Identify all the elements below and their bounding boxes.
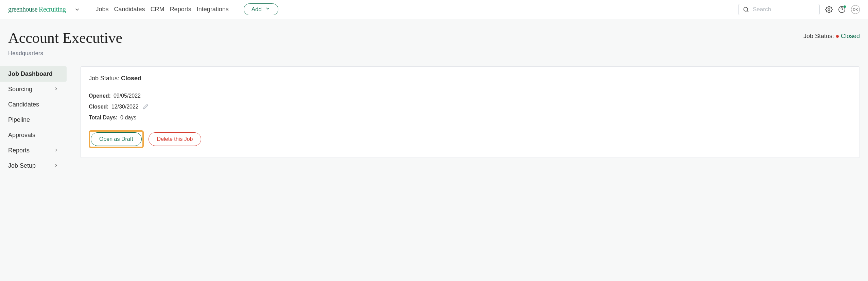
sidenav-item-label: Candidates	[8, 101, 39, 108]
job-status-panel: Job Status: Closed Opened: 09/05/2022 Cl…	[80, 66, 860, 158]
search-icon	[743, 6, 749, 13]
sidenav-item-label: Sourcing	[8, 86, 32, 93]
sidenav-item-job-dashboard[interactable]: Job Dashboard	[0, 66, 67, 82]
add-button[interactable]: Add	[244, 3, 278, 15]
job-status-value: Closed	[841, 33, 860, 40]
logo-text-2: Recruiting	[39, 5, 66, 13]
logo[interactable]: greenhouse Recruiting	[8, 5, 66, 13]
avatar-initials: DK	[853, 7, 858, 12]
job-status-label: Job Status:	[803, 33, 834, 40]
logo-text-1: greenhouse	[8, 5, 37, 13]
sidenav: Job Dashboard Sourcing Candidates Pipeli…	[0, 66, 67, 173]
chevron-right-icon	[54, 147, 58, 154]
total-days-row: Total Days: 0 days	[89, 115, 851, 121]
pencil-icon[interactable]	[143, 104, 148, 110]
sidenav-item-label: Approvals	[8, 132, 35, 139]
sidenav-item-label: Pipeline	[8, 116, 30, 123]
sidenav-item-approvals[interactable]: Approvals	[0, 128, 67, 143]
chevron-right-icon	[54, 162, 58, 169]
panel-status-label: Job Status:	[89, 75, 121, 82]
opened-value: 09/05/2022	[114, 93, 141, 99]
sidenav-item-label: Job Setup	[8, 162, 36, 169]
sidenav-item-candidates[interactable]: Candidates	[0, 97, 67, 112]
help-icon[interactable]	[838, 6, 846, 13]
closed-row: Closed: 12/30/2022	[89, 104, 851, 110]
sidenav-item-label: Reports	[8, 147, 30, 154]
page-header: Account Executive Headquarters Job Statu…	[8, 29, 860, 57]
opened-row: Opened: 09/05/2022	[89, 93, 851, 99]
sidenav-item-label: Job Dashboard	[8, 70, 53, 78]
nav-integrations[interactable]: Integrations	[197, 6, 229, 13]
delete-job-button[interactable]: Delete this Job	[149, 132, 202, 146]
nav-candidates[interactable]: Candidates	[114, 6, 145, 13]
nav-crm[interactable]: CRM	[151, 6, 164, 13]
topbar: greenhouse Recruiting Jobs Candidates CR…	[0, 0, 868, 19]
sidenav-item-job-setup[interactable]: Job Setup	[0, 158, 67, 173]
notification-dot	[844, 5, 846, 8]
status-dot-icon	[836, 35, 839, 38]
highlight-annotation: Open as Draft	[89, 130, 144, 148]
sidenav-item-pipeline[interactable]: Pipeline	[0, 112, 67, 128]
search-box[interactable]	[738, 4, 820, 15]
svg-line-1	[747, 11, 749, 12]
nav-reports[interactable]: Reports	[170, 6, 191, 13]
open-as-draft-button[interactable]: Open as Draft	[91, 132, 142, 146]
svg-point-0	[744, 7, 748, 11]
sidenav-item-sourcing[interactable]: Sourcing	[0, 82, 67, 97]
add-button-label: Add	[251, 6, 262, 13]
search-input[interactable]	[753, 6, 815, 13]
opened-label: Opened:	[89, 93, 111, 99]
nav-jobs[interactable]: Jobs	[96, 6, 109, 13]
job-status-header: Job Status: Closed	[803, 33, 860, 40]
nav-links: Jobs Candidates CRM Reports Integrations	[96, 6, 229, 13]
panel-status-value: Closed	[121, 75, 141, 82]
chevron-right-icon	[54, 86, 58, 93]
chevron-down-icon	[265, 6, 271, 13]
avatar[interactable]: DK	[851, 5, 860, 14]
page-title: Account Executive	[8, 29, 122, 47]
sidenav-item-reports[interactable]: Reports	[0, 143, 67, 158]
page-subtitle: Headquarters	[8, 50, 122, 57]
chevron-down-icon[interactable]	[74, 6, 80, 13]
total-days-label: Total Days:	[89, 115, 118, 121]
panel-status-line: Job Status: Closed	[89, 75, 851, 82]
total-days-value: 0 days	[120, 115, 136, 121]
closed-value: 12/30/2022	[111, 104, 139, 110]
gear-icon[interactable]	[825, 6, 833, 13]
closed-label: Closed:	[89, 104, 109, 110]
svg-point-2	[828, 9, 830, 11]
